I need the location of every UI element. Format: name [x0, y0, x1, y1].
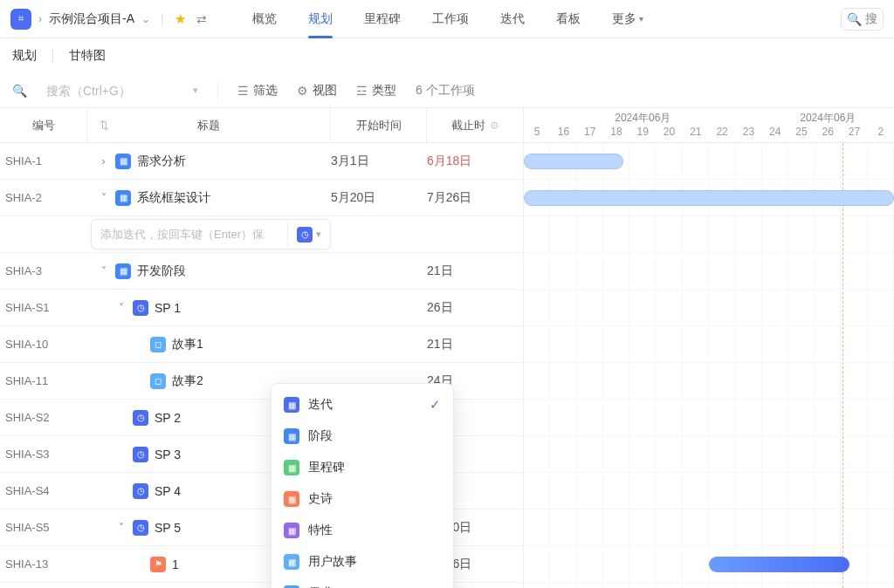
- col-header-start[interactable]: 开始时间: [331, 108, 427, 142]
- type-menu-item[interactable]: ▦ 迭代 ✓: [272, 389, 453, 420]
- filter-label: 筛选: [253, 83, 278, 99]
- type-menu-label: 阶段: [308, 428, 333, 444]
- type-menu-item[interactable]: ▦ 特性: [272, 515, 453, 546]
- col-header-title[interactable]: ⇅ 标题: [87, 108, 331, 142]
- filter-button[interactable]: ☰筛选: [237, 83, 278, 99]
- project-selector[interactable]: ⌗ › 示例混合项目-A ⌄: [10, 9, 150, 30]
- table-row[interactable]: SHIA-3 ˅ ▦ 开发阶段 21日: [0, 253, 523, 290]
- subtab-plan[interactable]: 规划: [12, 48, 37, 64]
- tab-more[interactable]: 更多▾: [612, 0, 643, 38]
- row-title[interactable]: SP 5: [155, 521, 181, 535]
- filter-icon: ☰: [237, 84, 249, 98]
- row-title[interactable]: SP 1: [155, 301, 181, 315]
- gantt-bar[interactable]: [524, 190, 894, 206]
- type-menu-label: 迭代: [308, 397, 333, 413]
- search-input[interactable]: [46, 84, 177, 98]
- day-cell: 20: [656, 126, 682, 142]
- table-row[interactable]: SHIA-2 ˅ ▦ 系统框架设计 5月20日 7月26日: [0, 180, 523, 216]
- chevron-down-icon: ▾: [639, 14, 643, 24]
- sprint-icon: ◷: [133, 520, 148, 536]
- cell-end: 21日: [427, 263, 523, 279]
- cell-id: SHIA-2: [0, 191, 87, 204]
- row-title[interactable]: SP 2: [155, 411, 181, 425]
- gantt-bar[interactable]: [709, 557, 849, 572]
- cell-title: ˅ ▦ 系统框架设计: [87, 190, 331, 206]
- add-item-type-selector[interactable]: ◷ ▾: [287, 220, 321, 249]
- tab-board[interactable]: 看板: [556, 0, 581, 38]
- tab-overview[interactable]: 概览: [252, 0, 277, 38]
- star-icon[interactable]: ★: [175, 11, 186, 27]
- cell-start: 5月20日: [331, 190, 427, 206]
- expander-icon[interactable]: ›: [98, 155, 109, 168]
- row-title[interactable]: SP 3: [155, 448, 181, 462]
- day-cell: 22: [709, 126, 735, 142]
- row-title[interactable]: 1: [172, 557, 179, 571]
- expander-icon[interactable]: ˅: [98, 192, 109, 204]
- type-menu-item[interactable]: ▦ 用户故事: [272, 546, 453, 578]
- add-item-input[interactable]: [100, 228, 287, 241]
- cell-id: SHIA-S1: [0, 301, 87, 314]
- timeline-body: [524, 143, 894, 588]
- chevron-down-icon[interactable]: ▾: [193, 85, 198, 96]
- month-label: 2024年06月: [524, 108, 762, 126]
- sort-icon[interactable]: ⇅: [100, 119, 109, 132]
- day-cell: 23: [735, 126, 761, 142]
- subtab-gantt[interactable]: 甘特图: [69, 48, 106, 64]
- story-icon: ◻: [150, 337, 166, 352]
- global-search-button[interactable]: 🔍 搜: [841, 8, 884, 31]
- day-cell: 19: [629, 126, 656, 142]
- col-header-id[interactable]: 编号: [0, 108, 87, 142]
- cell-end: 21日: [427, 337, 523, 352]
- gantt-bar[interactable]: [524, 154, 623, 169]
- sprint-icon: ◷: [297, 227, 313, 243]
- type-menu-label: 里程碑: [308, 460, 345, 475]
- type-button[interactable]: ☲类型: [356, 83, 396, 99]
- type-menu-item[interactable]: ▦ 需求: [272, 578, 453, 588]
- sprint-icon: ▦: [284, 397, 299, 413]
- type-menu-item[interactable]: ▦ 阶段: [272, 420, 453, 452]
- row-title[interactable]: SP 4: [155, 484, 181, 498]
- row-title[interactable]: 需求分析: [137, 154, 186, 169]
- col-header-end[interactable]: 截止时 ⚙: [427, 108, 523, 142]
- add-row: ◷ ▾: [0, 216, 523, 253]
- row-title[interactable]: 系统框架设计: [137, 190, 210, 206]
- row-title[interactable]: 故事2: [172, 373, 203, 389]
- cell-end: 7月26日: [427, 190, 523, 206]
- divider: |: [161, 12, 164, 26]
- timeline-header: 2024年06月 2024年06月 5161718192021222324252…: [524, 108, 894, 143]
- cell-end: 6月18日: [427, 154, 523, 169]
- project-name: 示例混合项目-A: [49, 11, 134, 27]
- timeline-months: 2024年06月 2024年06月: [524, 108, 894, 126]
- tab-workitem[interactable]: 工作项: [432, 0, 469, 38]
- tab-iteration[interactable]: 迭代: [500, 0, 525, 38]
- row-title[interactable]: 故事1: [172, 337, 203, 352]
- search-label: 搜: [865, 11, 877, 27]
- expander-icon[interactable]: ˅: [98, 265, 109, 277]
- table-row[interactable]: SHIA-10 ◻ 故事1 21日: [0, 326, 523, 363]
- main-tabs: 概览 规划 里程碑 工作项 迭代 看板 更多▾: [252, 0, 643, 38]
- expander-icon[interactable]: ˅: [115, 522, 127, 534]
- sprint-icon: ◷: [133, 483, 148, 499]
- gear-icon[interactable]: ⚙: [490, 120, 499, 132]
- swap-icon[interactable]: ⇄: [196, 12, 207, 26]
- cell-id: SHIA-11: [0, 374, 87, 387]
- gantt-row: [524, 436, 894, 473]
- tab-plan[interactable]: 规划: [308, 0, 333, 38]
- gantt-row: [524, 363, 894, 400]
- table-row[interactable]: SHIA-1 › ▦ 需求分析 3月1日 6月18日: [0, 143, 523, 180]
- timeline-days: 51617181920212223242526272: [524, 126, 894, 142]
- gantt-row: [524, 326, 894, 363]
- table-row[interactable]: SHIA-S1 ˅ ◷ SP 1 26日: [0, 290, 523, 326]
- view-button[interactable]: ⚙视图: [297, 83, 337, 99]
- type-menu-item[interactable]: ▦ 里程碑: [272, 452, 453, 483]
- day-cell: 16: [550, 126, 576, 142]
- row-title[interactable]: 开发阶段: [137, 263, 186, 279]
- milestone-icon: ▦: [284, 460, 299, 475]
- tab-milestone[interactable]: 里程碑: [364, 0, 401, 38]
- type-dropdown[interactable]: ▦ 迭代 ✓▦ 阶段 ▦ 里程碑 ▦ 史诗 ▦ 特性 ▦ 用户故事: [271, 383, 454, 588]
- day-cell: 5: [524, 126, 550, 142]
- type-icon: ☲: [356, 84, 368, 98]
- gantt-pane[interactable]: 2024年06月 2024年06月 5161718192021222324252…: [524, 108, 894, 588]
- expander-icon[interactable]: ˅: [115, 302, 127, 314]
- type-menu-item[interactable]: ▦ 史诗: [272, 483, 453, 515]
